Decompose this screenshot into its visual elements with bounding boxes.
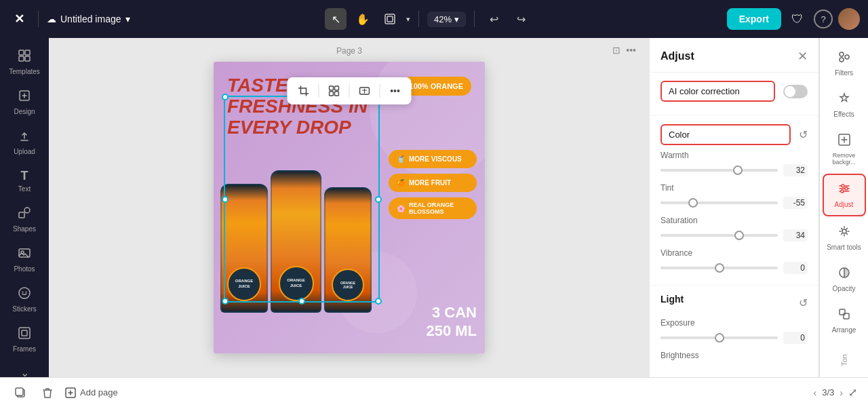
bottom-bar: Add page ‹ 3/3 › ⤢ xyxy=(0,377,868,407)
canvas-inner: TASTE OF FRESHNESS IN EVERY DROP 100% OR… xyxy=(214,62,485,353)
undo-button[interactable]: ↩ xyxy=(483,8,505,30)
exposure-thumb[interactable] xyxy=(715,333,724,343)
sidebar-right-opacity[interactable]: Opacity xyxy=(823,259,866,299)
sidebar-right-remove-bg[interactable]: Remove backgr... xyxy=(823,126,866,172)
vibrance-track[interactable] xyxy=(660,267,778,269)
hand-tool-button[interactable]: ✋ xyxy=(352,8,374,30)
vibrance-control: Vibrance 0 xyxy=(660,248,808,274)
crop-button[interactable] xyxy=(294,81,313,100)
topbar-right: Export 🛡 ? xyxy=(727,8,860,30)
export-button[interactable]: Export xyxy=(727,8,781,30)
exposure-value: 0 xyxy=(783,332,808,344)
sidebar-item-shapes[interactable]: Shapes xyxy=(3,201,46,238)
help-button[interactable]: ? xyxy=(814,9,833,28)
frame-dropdown-icon[interactable]: ▾ xyxy=(406,15,410,24)
more-options-button[interactable]: ••• xyxy=(386,81,405,100)
sidebar-item-templates[interactable]: Templates xyxy=(3,43,46,81)
exposure-track[interactable] xyxy=(660,336,778,339)
warmth-label: Warmth xyxy=(660,151,808,160)
shapes-label: Shapes xyxy=(13,225,36,233)
color-label[interactable]: Color xyxy=(660,124,791,145)
group-button[interactable] xyxy=(325,81,344,100)
color-row: Color ↺ xyxy=(660,124,808,145)
btn-viscous: 🥤 MORE VISCOUS xyxy=(389,150,477,168)
avatar[interactable] xyxy=(838,8,860,30)
tint-track[interactable] xyxy=(660,201,778,204)
tint-control: Tint -55 xyxy=(660,183,808,209)
page-indicator: 3/3 xyxy=(822,387,834,398)
handle-mr[interactable] xyxy=(375,196,382,203)
ai-color-label[interactable]: AI color correction xyxy=(660,81,775,102)
select-tool-button[interactable]: ↖ xyxy=(325,8,347,30)
sidebar-right-smart-tools[interactable]: Smart tools xyxy=(823,218,866,258)
light-reset-button[interactable]: ↺ xyxy=(799,296,808,309)
add-page-button[interactable]: Add page xyxy=(65,387,118,398)
divider xyxy=(38,11,39,27)
document-title-area[interactable]: ☁ Untitled image ▾ xyxy=(47,14,130,24)
ton-label: Ton xyxy=(840,354,848,366)
handle-br[interactable] xyxy=(375,298,382,305)
frame-tool-button[interactable] xyxy=(379,8,401,30)
photos-label: Photos xyxy=(14,265,35,273)
tint-value: -55 xyxy=(783,197,808,209)
orange-badge: 100% ORANGE xyxy=(401,77,471,96)
page-settings-icon[interactable]: ⊡ xyxy=(612,45,620,56)
svg-rect-5 xyxy=(25,56,30,61)
vibrance-thumb[interactable] xyxy=(715,263,724,273)
saturation-label: Saturation xyxy=(660,216,808,225)
adjust-close-button[interactable]: ✕ xyxy=(797,49,808,64)
svg-rect-19 xyxy=(335,92,339,96)
text-label: Text xyxy=(18,185,31,193)
duplicate-page-button[interactable] xyxy=(11,383,30,402)
sidebar-item-text[interactable]: T Text xyxy=(3,163,46,198)
tint-label: Tint xyxy=(660,183,808,193)
warmth-thumb[interactable] xyxy=(733,166,743,175)
prev-page-button[interactable]: ‹ xyxy=(814,387,817,398)
stickers-label: Stickers xyxy=(12,305,37,313)
logo-button[interactable]: ✕ xyxy=(8,8,30,30)
color-reset-button[interactable]: ↺ xyxy=(799,128,808,141)
sidebar-more-button[interactable]: ⌄ xyxy=(3,361,46,377)
sidebar-item-design[interactable]: Design xyxy=(3,83,46,121)
sidebar-item-photos[interactable]: Photos xyxy=(3,241,46,278)
design-canvas[interactable]: TASTE OF FRESHNESS IN EVERY DROP 100% OR… xyxy=(214,62,485,353)
cloud-icon: ☁ xyxy=(47,14,56,24)
sidebar-right-filters[interactable]: Filters xyxy=(823,43,866,83)
sidebar-right-adjust[interactable]: Adjust xyxy=(823,174,866,216)
mask-button[interactable] xyxy=(355,81,374,100)
delete-page-button[interactable] xyxy=(38,383,57,402)
sidebar-item-stickers[interactable]: Stickers xyxy=(3,281,46,318)
svg-point-23 xyxy=(840,58,844,62)
expand-button[interactable]: ⤢ xyxy=(848,386,857,399)
sidebar-right-effects[interactable]: Effects xyxy=(823,85,866,125)
exposure-control: Exposure 0 xyxy=(660,318,808,344)
upload-icon xyxy=(18,129,31,146)
redo-button[interactable]: ↪ xyxy=(510,8,532,30)
tint-thumb[interactable] xyxy=(688,198,698,208)
smart-tools-icon xyxy=(837,225,851,241)
saturation-value: 34 xyxy=(783,229,808,241)
canvas-content[interactable]: Page 3 ⊡ ••• ••• xyxy=(49,38,650,377)
shield-button[interactable]: 🛡 xyxy=(787,8,808,30)
svg-rect-15 xyxy=(22,330,27,336)
exposure-slider-row: 0 xyxy=(660,332,808,344)
page-more-icon[interactable]: ••• xyxy=(626,45,636,56)
svg-point-22 xyxy=(845,55,849,59)
saturation-track[interactable] xyxy=(660,234,778,237)
warmth-control: Warmth 32 xyxy=(660,151,808,176)
sidebar-right-arrange[interactable]: Arrange xyxy=(823,301,866,341)
saturation-thumb[interactable] xyxy=(734,231,744,240)
center-divider xyxy=(418,11,419,27)
next-page-button[interactable]: › xyxy=(840,387,843,398)
canvas-area: Page 3 ⊡ ••• ••• xyxy=(49,38,650,377)
sidebar-item-frames[interactable]: Frames xyxy=(3,321,46,358)
ai-color-section: AI color correction xyxy=(650,73,818,116)
warmth-track[interactable] xyxy=(660,169,778,172)
zoom-control[interactable]: 42% ▾ xyxy=(427,12,466,27)
svg-rect-18 xyxy=(330,92,334,96)
svg-rect-17 xyxy=(335,86,339,90)
sidebar-item-upload[interactable]: Upload xyxy=(3,123,46,161)
templates-icon xyxy=(18,49,31,66)
ai-color-toggle[interactable] xyxy=(783,85,808,98)
floating-toolbar: ••• xyxy=(288,77,412,104)
